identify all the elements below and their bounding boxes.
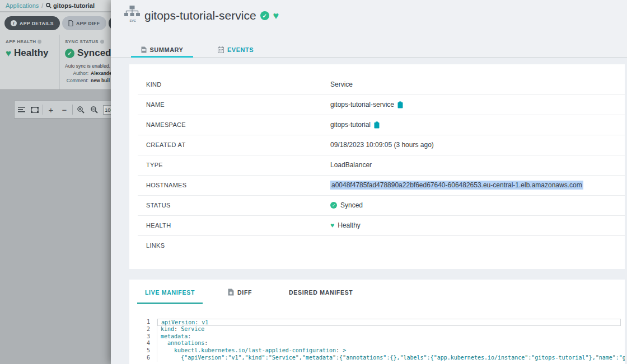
synced-check-icon: ✓: [65, 49, 74, 58]
app-health-value: ♥ Healthy: [6, 48, 59, 59]
row-value-text: Healthy: [338, 221, 361, 229]
tab-diff[interactable]: DIFF: [228, 280, 252, 305]
summary-row-namespace: NAMESPACEgitops-tutorial: [129, 115, 625, 135]
comment-line: Comment: new buil: [65, 78, 111, 83]
health-sync-summary: APP HEALTH ♥ Healthy SYNC STATUS ✓ Synce…: [0, 35, 111, 89]
code-text: kubectl.kubernetes.io/last-applied-confi…: [157, 347, 625, 354]
code-text: metadata:: [157, 333, 625, 341]
healthy-heart-icon: ♥: [273, 11, 279, 21]
code-line-1[interactable]: 1apiVersion: v1: [129, 319, 625, 326]
code-text: apiVersion: v1: [157, 319, 621, 326]
row-label: LINKS: [129, 242, 330, 249]
row-value-text: a0048f4785fad478890a22bf6ed67640-6064826…: [330, 181, 583, 190]
row-label: HOSTNAMES: [129, 182, 330, 188]
synced-check-icon: ✓: [330, 202, 337, 209]
resource-details-panel: svc gitops-tutorial-service ✓ ♥ SUMMARY: [111, 0, 627, 364]
info-icon[interactable]: [38, 40, 41, 44]
code-line-6[interactable]: 6 {"apiVersion":"v1","kind":"Service","m…: [129, 354, 625, 362]
breadcrumb-current-label[interactable]: gitops-tutorial: [53, 2, 95, 9]
row-value: ✓Synced: [330, 201, 363, 209]
fit-image-icon[interactable]: [28, 107, 41, 113]
row-label: NAMESPACE: [129, 121, 330, 128]
tab-live-manifest[interactable]: LIVE MANIFEST: [137, 280, 203, 305]
author-line: Author: Alexande: [65, 70, 111, 76]
toolbar-divider: [72, 105, 73, 115]
line-number: 4: [129, 340, 157, 347]
row-value: ♥Healthy: [330, 221, 361, 229]
manifest-card: LIVE MANIFEST DIFF DESIRED MANIFEST 1api…: [129, 280, 625, 364]
breadcrumb: Applications / gitops-tutorial: [0, 0, 111, 12]
sync-status-section: SYNC STATUS ✓ Synced to Auto sync is ena…: [60, 35, 111, 89]
app-status-bar: i APP DETAILS APP DIFF ⟳ S APP HEALTH: [0, 12, 111, 89]
row-value-text: LoadBalancer: [330, 161, 372, 169]
copy-icon[interactable]: [374, 121, 380, 129]
tab-events[interactable]: EVENTS: [210, 42, 261, 57]
calendar-icon: [218, 46, 224, 53]
row-value: gitops-tutorial-service: [330, 101, 403, 108]
code-text: {"apiVersion":"v1","kind":"Service","met…: [157, 354, 625, 362]
row-label: KIND: [129, 81, 330, 88]
row-value: gitops-tutorial: [330, 121, 380, 129]
app-health-section: APP HEALTH ♥ Healthy: [0, 35, 60, 89]
row-value-text: Service: [330, 81, 353, 88]
sync-status-value: ✓ Synced to: [65, 48, 111, 59]
breadcrumb-applications-link[interactable]: Applications: [6, 2, 39, 9]
row-value: LoadBalancer: [330, 161, 372, 169]
auto-sync-note: Auto sync is enabled.: [65, 63, 111, 69]
code-text: annotations:: [157, 340, 625, 347]
sync-status-label: SYNC STATUS: [65, 39, 99, 44]
service-sitemap-icon: [124, 6, 141, 17]
layout-list-icon[interactable]: [15, 107, 28, 113]
line-number: 6: [129, 354, 157, 362]
row-value: Service: [330, 81, 353, 88]
summary-card: KINDServiceNAMEgitops-tutorial-serviceNA…: [129, 64, 625, 269]
kind-badge: svc: [124, 18, 141, 23]
file-diff-icon: [228, 289, 234, 296]
info-circle-icon: i: [11, 20, 17, 26]
row-value-text: 09/18/2023 10:09:05 (3 hours ago): [330, 141, 434, 149]
info-icon[interactable]: [100, 40, 104, 44]
manifest-tabs: LIVE MANIFEST DIFF DESIRED MANIFEST: [129, 280, 625, 305]
summary-row-hostnames: HOSTNAMESa0048f4785fad478890a22bf6ed6764…: [129, 175, 625, 195]
code-line-3[interactable]: 3metadata:: [129, 333, 625, 341]
row-label: TYPE: [129, 162, 330, 168]
file-icon: [141, 46, 147, 53]
line-number: 5: [129, 347, 157, 354]
summary-row-kind: KINDService: [129, 74, 625, 94]
zoom-minus-button[interactable]: −: [58, 105, 71, 115]
app-diff-button[interactable]: APP DIFF: [62, 16, 106, 30]
tab-summary[interactable]: SUMMARY: [131, 42, 193, 57]
breadcrumb-current-app: gitops-tutorial: [46, 2, 95, 9]
row-label: CREATED AT: [129, 141, 330, 148]
row-value-text: gitops-tutorial: [330, 121, 371, 129]
panel-tabs: SUMMARY EVENTS: [111, 42, 627, 57]
graph-zoom-toolbar: + −: [14, 101, 111, 119]
summary-row-status: STATUS✓Synced: [129, 195, 625, 215]
summary-row-type: TYPELoadBalancer: [129, 155, 625, 175]
app-action-buttons: i APP DETAILS APP DIFF ⟳ S: [0, 16, 111, 30]
code-line-2[interactable]: 2kind: Service: [129, 326, 625, 333]
code-line-4[interactable]: 4 annotations:: [129, 340, 625, 347]
line-number: 3: [129, 333, 157, 341]
panel-title: gitops-tutorial-service: [144, 9, 256, 22]
healthy-heart-icon: ♥: [6, 49, 11, 58]
app-details-button[interactable]: i APP DETAILS: [4, 16, 60, 30]
copy-icon[interactable]: [397, 101, 403, 108]
synced-check-icon: ✓: [260, 11, 269, 20]
code-line-5[interactable]: 5 kubectl.kubernetes.io/last-applied-con…: [129, 347, 625, 354]
argocd-app: Applications / gitops-tutorial i APP DET…: [0, 0, 627, 364]
zoom-plus-button[interactable]: +: [44, 105, 58, 115]
summary-row-name: NAMEgitops-tutorial-service: [129, 94, 625, 115]
tab-desired-manifest[interactable]: DESIRED MANIFEST: [289, 280, 353, 305]
row-label: NAME: [129, 101, 330, 108]
zoom-in-icon[interactable]: [74, 106, 87, 114]
manifest-code-editor[interactable]: 1apiVersion: v12kind: Service3metadata:4…: [129, 319, 625, 362]
line-number: 1: [129, 319, 157, 326]
zoom-level-input[interactable]: [103, 105, 111, 115]
panel-header: svc gitops-tutorial-service ✓ ♥ SUMMARY: [111, 0, 627, 58]
breadcrumb-separator: /: [41, 3, 43, 9]
row-label: STATUS: [129, 202, 330, 209]
row-value-text: gitops-tutorial-service: [330, 101, 394, 108]
search-icon: [46, 3, 52, 8]
zoom-out-icon[interactable]: [87, 106, 101, 114]
